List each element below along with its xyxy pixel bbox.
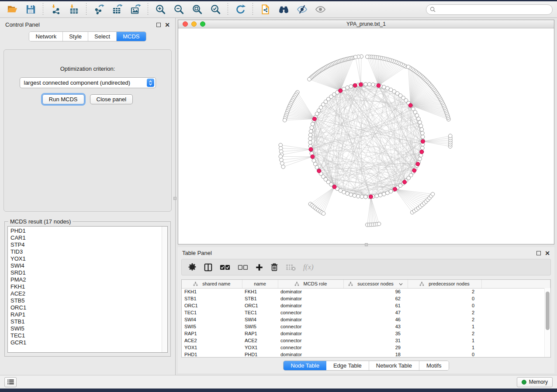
mcds-node[interactable] (317, 169, 321, 173)
table-float-icon[interactable] (536, 251, 541, 255)
network-canvas[interactable] (178, 28, 554, 244)
mcds-result-item[interactable]: STB5 (8, 297, 161, 304)
close-panel-button[interactable]: Close panel (90, 94, 133, 104)
column-header-predecessor-nodes[interactable]: predecessor nodes (408, 280, 481, 288)
deselect-all-button[interactable] (238, 261, 248, 274)
import-network-button[interactable] (48, 3, 63, 17)
add-column-button[interactable] (256, 261, 263, 274)
tab-style[interactable]: Style (63, 32, 88, 41)
mcds-node[interactable] (369, 195, 373, 199)
refresh-layout-button[interactable] (232, 3, 248, 17)
column-header-MCDS-role[interactable]: MCDS role (278, 280, 343, 288)
zoom-in-button[interactable] (152, 3, 168, 17)
show-panels-button[interactable] (4, 377, 17, 387)
hide-selected-button[interactable] (294, 3, 310, 17)
memory-button[interactable]: Memory (517, 377, 553, 387)
mcds-node[interactable] (312, 117, 316, 121)
table-close-icon[interactable]: ✕ (545, 251, 550, 255)
mcds-node[interactable] (416, 162, 420, 166)
mcds-node[interactable] (353, 83, 357, 87)
run-mcds-button[interactable]: Run MCDS (42, 94, 84, 104)
mcds-result-list[interactable]: PHD1CAR1STP4TID3YOX1SWI4SRD1PMA2FKH1ACE2… (7, 226, 168, 353)
mcds-result-item[interactable]: PMA2 (8, 276, 161, 283)
mcds-node[interactable] (377, 83, 381, 87)
mcds-node[interactable] (332, 185, 336, 189)
zoom-out-button[interactable] (171, 3, 187, 17)
columns-button[interactable] (204, 261, 212, 274)
mcds-result-item[interactable]: SWI4 (8, 262, 161, 269)
delete-column-button[interactable] (270, 261, 278, 274)
mcds-result-item[interactable]: STP4 (8, 241, 161, 248)
mcds-result-item[interactable]: SRD1 (8, 269, 161, 276)
mcds-node[interactable] (420, 150, 424, 154)
mcds-node[interactable] (311, 155, 315, 158)
table-cell: connector (278, 337, 343, 344)
import-table-button[interactable] (66, 3, 82, 17)
mcds-node[interactable] (421, 140, 425, 144)
mcds-result-item[interactable]: STB1 (8, 318, 161, 325)
zoom-selected-button[interactable] (208, 3, 223, 17)
table-row[interactable]: SWI5SWI5connector431 (182, 323, 550, 330)
table-row[interactable]: FKH1FKH1dominator962 (182, 288, 550, 295)
mcds-node[interactable] (309, 148, 313, 151)
table-row[interactable]: YOX1YOX1connector291 (182, 344, 550, 351)
export-network-button[interactable] (91, 3, 107, 17)
mcds-node[interactable] (412, 168, 416, 172)
search-input[interactable] (438, 7, 549, 13)
mcds-result-item[interactable]: GCR1 (8, 339, 161, 346)
table-row[interactable]: ACE2ACE2connector311 (182, 337, 550, 344)
gear-button[interactable] (188, 261, 197, 274)
vertical-splitter-handle[interactable] (173, 197, 176, 200)
tab-node-table[interactable]: Node Table (284, 361, 326, 370)
mcds-result-item[interactable]: TEC1 (8, 332, 161, 339)
mcds-node[interactable] (408, 103, 412, 107)
mcds-result-item[interactable]: TID3 (8, 248, 161, 255)
mcds-node[interactable] (339, 89, 343, 93)
mcds-result-item[interactable]: RAP1 (8, 311, 161, 318)
float-panel-icon[interactable] (156, 23, 161, 27)
tab-network-table[interactable]: Network Table (369, 361, 419, 370)
table-row[interactable]: TEC1TEC1connector472 (182, 309, 550, 316)
mcds-result-item[interactable]: ACE2 (8, 290, 161, 297)
tab-select[interactable]: Select (88, 32, 117, 41)
share-document-button[interactable] (257, 3, 273, 17)
save-session-button[interactable] (23, 3, 38, 17)
table-row[interactable]: ORC1ORC1dominator610 (182, 302, 550, 309)
show-hidden-button[interactable] (312, 3, 328, 17)
function-builder-button[interactable]: f(x) (303, 263, 314, 272)
table-scrollbar-thumb[interactable] (546, 292, 550, 330)
table-row[interactable]: PHD1PHD1dominator180 (182, 351, 550, 358)
table-row[interactable]: STB1STB1dominator620 (182, 295, 550, 302)
mcds-result-item[interactable]: PHD1 (8, 227, 161, 234)
search-objects-button[interactable] (276, 3, 291, 17)
column-header-shared-name[interactable]: shared name (182, 280, 242, 288)
column-header-name[interactable]: name (242, 280, 278, 288)
mcds-result-item[interactable]: SWI5 (8, 325, 161, 332)
tab-network[interactable]: Network (29, 32, 63, 41)
search-field[interactable] (426, 4, 553, 15)
select-all-button[interactable] (220, 261, 230, 274)
delete-table-button[interactable] (286, 261, 296, 274)
mcds-result-item[interactable]: ORC1 (8, 304, 161, 311)
mcds-list-scrollbar[interactable] (162, 227, 167, 352)
mcds-node[interactable] (359, 83, 363, 86)
zoom-fit-button[interactable] (189, 3, 205, 17)
table-scrollbar[interactable] (544, 288, 550, 357)
column-header-successor-nodes[interactable]: successor nodes (343, 280, 408, 288)
tab-mcds[interactable]: MCDS (117, 32, 145, 41)
export-image-button[interactable] (128, 3, 143, 17)
mcds-result-item[interactable]: CAR1 (8, 234, 161, 241)
horizontal-splitter-handle[interactable] (365, 243, 368, 246)
open-file-button[interactable] (4, 3, 20, 17)
mcds-node[interactable] (393, 187, 397, 191)
table-row[interactable]: RAP1RAP1dominator352 (182, 330, 550, 337)
mcds-result-item[interactable]: FKH1 (8, 283, 161, 290)
optimization-select[interactable]: largest connected component (undirected) (20, 77, 156, 88)
mcds-node[interactable] (403, 180, 407, 184)
export-table-button[interactable] (109, 3, 125, 17)
tab-motifs[interactable]: Motifs (419, 361, 449, 370)
tab-edge-table[interactable]: Edge Table (326, 361, 369, 370)
mcds-result-item[interactable]: YOX1 (8, 255, 161, 262)
table-row[interactable]: SWI4SWI4dominator462 (182, 316, 550, 323)
close-panel-icon[interactable]: ✕ (165, 23, 170, 27)
